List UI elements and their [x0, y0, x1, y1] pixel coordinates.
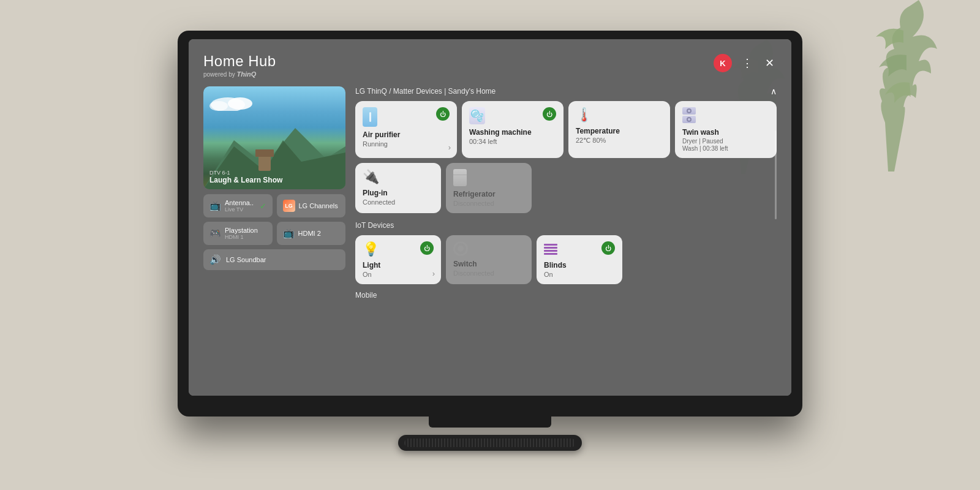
iot-section: IoT Devices 💡 ⏻ Light — [355, 219, 777, 289]
user-avatar[interactable]: K — [714, 54, 732, 72]
washing-machine-status: 00:34 left — [469, 138, 556, 145]
more-options-button[interactable]: ⋮ — [739, 55, 755, 71]
refrigerator-name: Refrigerator — [453, 190, 524, 198]
close-button[interactable]: ✕ — [763, 55, 777, 71]
switch-card-header — [453, 241, 524, 256]
temperature-card[interactable]: 🌡️ Temperature 22℃ 80% — [568, 101, 670, 158]
hdmi2-label: HDMI 2 — [298, 230, 321, 237]
light-name: Light — [363, 261, 434, 270]
light-arrow[interactable]: › — [432, 269, 435, 278]
mobile-section-header: Mobile — [355, 289, 777, 300]
twin-wash-icon — [682, 107, 698, 124]
mobile-section-title: Mobile — [355, 291, 377, 300]
sky-clouds — [209, 92, 258, 111]
thinq-subtitle: powered by ThinQ — [203, 70, 276, 78]
iot-section-title: IoT Devices — [355, 221, 394, 230]
twin-wash-status-2: Wash | 00:38 left — [682, 145, 769, 152]
thinq-devices-row2: 🔌 Plug-in Connected — [355, 163, 777, 213]
playstation-label: Playstation — [225, 227, 258, 234]
soundbar-icon: 🔊 — [209, 254, 221, 265]
thinq-section-header: LG ThinQ / Matter Devices | Sandy's Home… — [355, 86, 777, 96]
app-title: Home Hub — [203, 53, 276, 70]
twin-wash-card-header — [682, 107, 769, 124]
antenna-sub: Live TV — [225, 206, 254, 213]
plugin-card[interactable]: 🔌 Plug-in Connected — [355, 163, 441, 213]
blinds-card[interactable]: ⏻ Blinds On — [537, 235, 622, 284]
thinq-brand: ThinQ — [236, 70, 256, 78]
antenna-label: Antenna.. — [225, 199, 254, 206]
twin-wash-card[interactable]: Twin wash Dryer | Paused Wash | 00:38 le… — [675, 101, 777, 158]
right-panel: LG ThinQ / Matter Devices | Sandy's Home… — [355, 86, 777, 382]
temperature-card-header: 🌡️ — [576, 107, 663, 123]
twin-wash-name: Twin wash — [682, 128, 769, 137]
plugin-icon: 🔌 — [363, 169, 379, 185]
light-status: On — [363, 271, 434, 278]
switch-icon — [453, 241, 468, 256]
air-purifier-arrow[interactable]: › — [448, 143, 451, 152]
temperature-status: 22℃ 80% — [576, 137, 663, 145]
tv-channel-info: DTV 6-1 Laugh & Learn Show — [209, 170, 282, 184]
washing-machine-power[interactable]: ⏻ — [543, 107, 556, 121]
soundbar-button[interactable]: 🔊 LG Soundbar — [203, 249, 345, 270]
refrigerator-card[interactable]: Refrigerator Disconnected — [446, 163, 532, 213]
refrigerator-icon — [453, 169, 467, 186]
air-purifier-icon — [363, 107, 377, 127]
blinds-status: On — [544, 271, 615, 278]
refrigerator-status: Disconnected — [453, 200, 524, 207]
show-name: Laugh & Learn Show — [209, 176, 282, 184]
main-layout: DTV 6-1 Laugh & Learn Show 📺 — [203, 86, 777, 382]
switch-status: Disconnected — [453, 270, 524, 277]
washing-machine-icon: 🫧 — [469, 107, 485, 124]
channel-number: DTV 6-1 — [209, 170, 282, 176]
washing-machine-card-header: 🫧 ⏻ — [469, 107, 556, 124]
source-row-2: 🎮 Playstation HDMI 1 📺 HDMI 2 — [203, 222, 345, 245]
air-purifier-card[interactable]: ⏻ Air purifier Running › — [355, 101, 457, 158]
hdmi2-icon: 📺 — [283, 228, 295, 239]
thinq-section-title: LG ThinQ / Matter Devices | Sandy's Home — [355, 87, 496, 96]
home-hub-branding: Home Hub powered by ThinQ — [203, 53, 276, 78]
iot-section-header: IoT Devices — [355, 219, 777, 230]
antenna-source-button[interactable]: 📺 Antenna.. Live TV ✓ — [203, 194, 273, 217]
playstation-icon: 🎮 — [209, 228, 221, 239]
light-card-header: 💡 ⏻ — [363, 241, 434, 257]
playstation-info: Playstation HDMI 1 — [225, 227, 258, 240]
hdmi2-button[interactable]: 📺 HDMI 2 — [277, 222, 346, 245]
blinds-name: Blinds — [544, 261, 615, 270]
tv-screen: Home Hub powered by ThinQ K ⋮ ✕ — [189, 39, 791, 396]
svg-rect-3 — [255, 149, 274, 157]
header-actions: K ⋮ ✕ — [714, 54, 777, 72]
wall-plant-right — [809, 0, 943, 172]
plugin-card-header: 🔌 — [363, 169, 434, 185]
lg-channels-button[interactable]: LG LG Channels — [277, 194, 346, 217]
refrigerator-card-header — [453, 169, 524, 186]
temperature-name: Temperature — [576, 127, 663, 135]
light-card[interactable]: 💡 ⏻ Light On › — [355, 235, 441, 284]
source-buttons: 📺 Antenna.. Live TV ✓ LG LG Chann — [203, 194, 345, 270]
air-purifier-power-on[interactable]: ⏻ — [436, 107, 450, 121]
tv-icon: 📺 — [209, 200, 221, 211]
plugin-name: Plug-in — [363, 189, 434, 197]
source-row-1: 📺 Antenna.. Live TV ✓ LG LG Chann — [203, 194, 345, 217]
washing-machine-name: Washing machine — [469, 128, 556, 137]
blinds-card-header: ⏻ — [544, 241, 615, 257]
thinq-collapse-button[interactable]: ∧ — [771, 86, 777, 96]
switch-card[interactable]: Switch Disconnected — [446, 235, 532, 284]
powered-by: powered by — [203, 71, 235, 78]
tv-preview-thumbnail[interactable]: DTV 6-1 Laugh & Learn Show — [203, 86, 345, 189]
scroll-indicator[interactable] — [775, 130, 777, 219]
light-power-on[interactable]: ⏻ — [420, 241, 434, 255]
svg-point-5 — [228, 97, 252, 110]
blinds-power-on[interactable]: ⏻ — [601, 241, 615, 255]
tv-frame: Home Hub powered by ThinQ K ⋮ ✕ — [178, 31, 802, 417]
soundbar-label: LG Soundbar — [226, 256, 266, 263]
iot-devices-row: 💡 ⏻ Light On › — [355, 235, 777, 284]
screen-content: Home Hub powered by ThinQ K ⋮ ✕ — [189, 39, 791, 396]
left-panel: DTV 6-1 Laugh & Learn Show 📺 — [203, 86, 345, 382]
air-purifier-name: Air purifier — [363, 130, 450, 139]
active-check-icon: ✓ — [260, 202, 266, 211]
thinq-section: LG ThinQ / Matter Devices | Sandy's Home… — [355, 86, 777, 219]
air-purifier-card-header: ⏻ — [363, 107, 450, 127]
playstation-sub: HDMI 1 — [225, 234, 258, 240]
playstation-button[interactable]: 🎮 Playstation HDMI 1 — [203, 222, 273, 245]
washing-machine-card[interactable]: 🫧 ⏻ Washing machine 00:34 left — [462, 101, 564, 158]
